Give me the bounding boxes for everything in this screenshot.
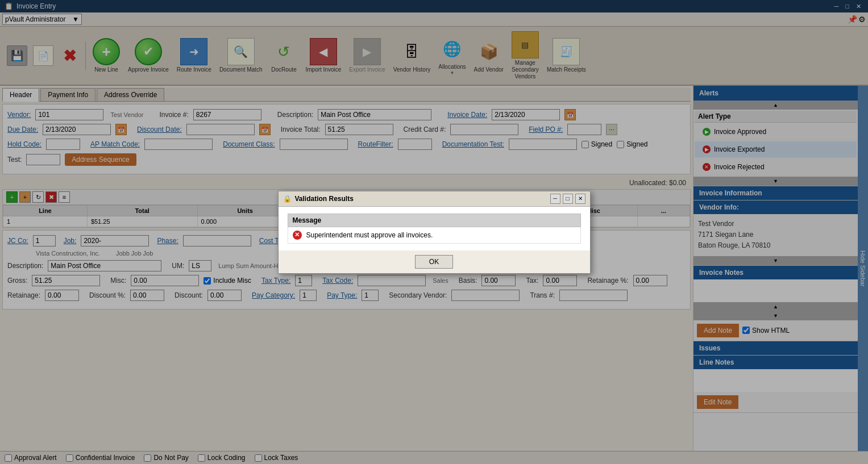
modal-lock-icon: 🔒 [283,195,292,203]
modal-header-row: Message [288,214,580,227]
modal-close-button[interactable]: ✕ [575,194,585,204]
modal-title: 🔒 Validation Results [283,195,354,203]
modal-ok-button[interactable]: OK [415,255,453,269]
modal-message-content: ✕ Superintendent must approve all invoic… [293,231,576,240]
modal-overlay: 🔒 Validation Results ─ □ ✕ Message [0,0,868,464]
modal-body: Message ✕ Superintendent must approve al… [279,207,590,250]
modal-minimize-button[interactable]: ─ [550,194,560,204]
validation-modal: 🔒 Validation Results ─ □ ✕ Message [278,191,591,274]
modal-maximize-button[interactable]: □ [563,194,573,204]
modal-error-icon: ✕ [293,231,302,240]
modal-col-header: Message [288,214,580,227]
modal-message-text: Superintendent must approve all invoices… [306,231,433,239]
modal-controls: ─ □ ✕ [550,194,585,204]
modal-message-row: ✕ Superintendent must approve all invoic… [288,227,580,243]
modal-footer: OK [279,250,590,273]
modal-title-text: Validation Results [295,195,354,203]
modal-table: Message ✕ Superintendent must approve al… [288,214,581,244]
modal-titlebar: 🔒 Validation Results ─ □ ✕ [279,191,590,207]
